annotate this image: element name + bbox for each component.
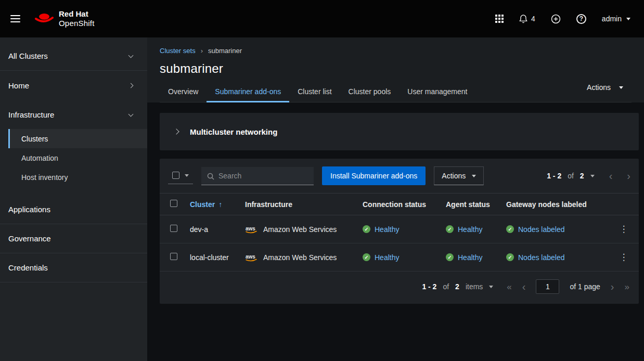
sidebar-item-infrastructure[interactable]: Infrastructure xyxy=(0,100,147,129)
sidebar-item-automation[interactable]: Automation xyxy=(8,148,147,167)
install-submariner-button[interactable]: Install Submariner add-ons xyxy=(322,166,426,185)
help-button[interactable]: ? xyxy=(576,14,586,24)
sidebar-item-home[interactable]: Home xyxy=(0,71,147,100)
tab-user-management[interactable]: User management xyxy=(399,83,475,102)
toolbar-actions-dropdown[interactable]: Actions xyxy=(434,166,484,185)
page-actions-dropdown[interactable]: Actions xyxy=(587,83,623,92)
search-box xyxy=(201,167,314,185)
user-menu[interactable]: admin xyxy=(602,15,630,23)
masthead-utilities: 4 ? admin xyxy=(495,14,630,24)
sidebar-item-label: Applications xyxy=(8,205,50,214)
notifications-button[interactable]: 4 xyxy=(519,14,535,23)
select-all-checkbox[interactable] xyxy=(170,200,177,207)
caret-down-icon xyxy=(590,175,595,177)
masthead: Red Hat OpenShift 4 ? xyxy=(0,0,644,37)
check-circle-icon: ✓ xyxy=(506,225,514,233)
pagination-total: 2 xyxy=(455,282,459,291)
brand-line-2: OpenShift xyxy=(59,19,95,28)
pagination-range: 1 - 2 xyxy=(547,172,561,180)
row-checkbox[interactable] xyxy=(170,253,177,260)
infrastructure-subnav: Clusters Automation Host inventory xyxy=(0,129,147,195)
table-toolbar: Install Submariner add-ons Actions 1 - 2… xyxy=(160,159,639,193)
main-content: Cluster sets › submariner submariner Act… xyxy=(147,37,644,361)
sidebar-nav: All Clusters Home Infrastructure Cluster… xyxy=(0,37,147,361)
tab-overview[interactable]: Overview xyxy=(160,83,207,102)
column-header-connection-status[interactable]: Connection status xyxy=(363,200,426,209)
perspective-label: All Clusters xyxy=(8,51,48,60)
connection-status-link[interactable]: Healthy xyxy=(375,225,399,234)
next-page-icon[interactable]: › xyxy=(611,281,614,292)
aws-icon: aws xyxy=(245,253,258,262)
last-page-icon[interactable]: » xyxy=(625,282,629,291)
sidebar-item-label: Credentials xyxy=(8,263,48,272)
breadcrumb-cluster-sets[interactable]: Cluster sets xyxy=(160,47,196,55)
plus-circle-icon xyxy=(551,14,561,24)
bulk-select-checkbox[interactable] xyxy=(172,172,179,179)
redhat-fedora-icon xyxy=(34,12,54,26)
breadcrumb-current: submariner xyxy=(208,47,242,55)
previous-page-icon[interactable]: ‹ xyxy=(609,171,613,181)
check-circle-icon: ✓ xyxy=(506,253,514,261)
sidebar-item-host-inventory[interactable]: Host inventory xyxy=(8,167,147,187)
caret-down-icon xyxy=(472,175,476,177)
sidebar-item-label: Automation xyxy=(21,154,58,162)
pagination-top: 1 - 2 of 2 ‹ › xyxy=(547,171,630,181)
check-circle-icon: ✓ xyxy=(446,225,454,233)
sidebar-item-clusters[interactable]: Clusters xyxy=(8,129,147,148)
pagination-items-label: items xyxy=(466,282,483,291)
first-page-icon[interactable]: « xyxy=(507,282,511,291)
brand-line-1: Red Hat xyxy=(59,9,95,19)
submariner-addons-table-card: Install Submariner add-ons Actions 1 - 2… xyxy=(160,159,639,304)
user-name: admin xyxy=(602,15,622,23)
row-checkbox[interactable] xyxy=(170,225,177,232)
perspective-switcher[interactable]: All Clusters xyxy=(0,42,147,71)
sidebar-item-credentials[interactable]: Credentials xyxy=(0,253,147,282)
pagination-range: 1 - 2 xyxy=(422,282,436,291)
aws-icon: aws xyxy=(245,225,258,234)
caret-down-icon xyxy=(185,174,189,177)
page-count-label: of 1 page xyxy=(570,282,600,291)
column-header-infrastructure[interactable]: Infrastructure xyxy=(245,200,292,209)
row-kebab-menu[interactable]: ⋮ xyxy=(615,224,633,235)
sidebar-item-label: Governance xyxy=(8,234,51,243)
tab-cluster-pools[interactable]: Cluster pools xyxy=(340,83,400,102)
agent-status-link[interactable]: Healthy xyxy=(458,253,482,262)
svg-text:aws: aws xyxy=(246,226,255,231)
table-row: dev-a aws Amazon Web Services xyxy=(160,215,639,243)
column-header-agent-status[interactable]: Agent status xyxy=(446,200,490,209)
chevron-right-icon xyxy=(173,128,179,134)
expandable-section-title: Multicluster networking xyxy=(190,127,277,136)
sidebar-item-governance[interactable]: Governance xyxy=(0,224,147,253)
row-kebab-menu[interactable]: ⋮ xyxy=(615,252,633,263)
next-page-icon[interactable]: › xyxy=(627,171,630,181)
breadcrumb-separator-icon: › xyxy=(201,47,203,54)
gateway-nodes-link[interactable]: Nodes labeled xyxy=(518,253,565,262)
pagination-of-label: of xyxy=(568,172,574,180)
multicluster-networking-expandable[interactable]: Multicluster networking xyxy=(160,113,639,150)
column-header-gateway-nodes[interactable]: Gateway nodes labeled xyxy=(506,200,587,209)
pagination-menu-toggle[interactable]: 1 - 2 of 2 items xyxy=(422,282,493,291)
create-resource-button[interactable] xyxy=(551,14,561,24)
svg-text:aws: aws xyxy=(246,254,255,260)
pager-controls: « ‹ of 1 page › » xyxy=(507,279,629,294)
tab-cluster-list[interactable]: Cluster list xyxy=(289,83,340,102)
gateway-nodes-link[interactable]: Nodes labeled xyxy=(518,225,565,234)
pagination-menu-toggle[interactable]: 1 - 2 of 2 xyxy=(547,172,595,180)
nav-toggle-button[interactable] xyxy=(10,15,20,22)
caret-down-icon xyxy=(489,286,493,288)
app-launcher-button[interactable] xyxy=(495,15,504,23)
sidebar-item-label: Host inventory xyxy=(21,173,68,182)
brand-text: Red Hat OpenShift xyxy=(59,9,95,28)
sidebar-item-applications[interactable]: Applications xyxy=(0,195,147,224)
column-header-cluster[interactable]: Cluster↑ xyxy=(190,200,222,209)
search-input[interactable] xyxy=(201,167,314,185)
connection-status-link[interactable]: Healthy xyxy=(375,253,399,262)
app-launcher-grid-icon xyxy=(495,15,504,23)
tab-submariner-add-ons[interactable]: Submariner add-ons xyxy=(207,83,289,102)
agent-status-link[interactable]: Healthy xyxy=(458,225,482,234)
bulk-select-dropdown[interactable] xyxy=(168,167,193,184)
current-page-input[interactable] xyxy=(536,279,559,294)
redhat-openshift-logo[interactable]: Red Hat OpenShift xyxy=(34,9,95,28)
check-circle-icon: ✓ xyxy=(363,225,370,233)
previous-page-icon[interactable]: ‹ xyxy=(522,281,526,292)
